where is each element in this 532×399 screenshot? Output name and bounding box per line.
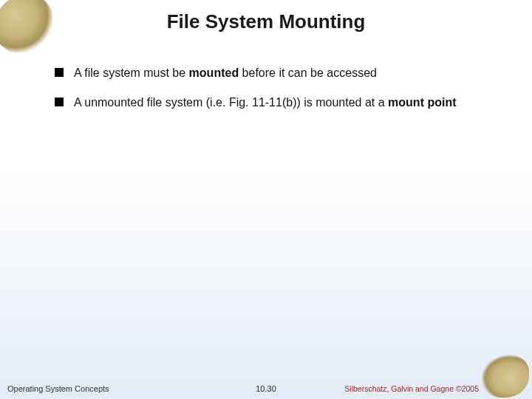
- dinosaur-decoration-bottom-right: [482, 355, 529, 398]
- footer-page-number: 10.30: [256, 384, 276, 393]
- slide-title: File System Mounting: [0, 10, 532, 33]
- text-segment: before it can be accessed: [239, 66, 377, 79]
- text-bold: mounted: [189, 66, 239, 79]
- text-segment: A file system must be: [74, 66, 189, 79]
- square-bullet-icon: [55, 98, 64, 106]
- bullet-item: A unmounted file system (i.e. Fig. 11-11…: [55, 95, 480, 111]
- slide-footer: Operating System Concepts 10.30 Silbersc…: [0, 378, 532, 393]
- text-segment: A unmounted file system (i.e. Fig. 11-11…: [74, 96, 388, 109]
- bullet-text: A unmounted file system (i.e. Fig. 11-11…: [74, 95, 457, 111]
- bullet-item: A file system must be mounted before it …: [55, 65, 480, 81]
- bullet-text: A file system must be mounted before it …: [74, 65, 377, 81]
- text-bold: mount point: [388, 96, 456, 109]
- footer-copyright: Silberschatz, Galvin and Gagne ©2005: [344, 384, 479, 393]
- slide-content: A file system must be mounted before it …: [55, 65, 480, 123]
- footer-left-text: Operating System Concepts: [7, 384, 109, 393]
- square-bullet-icon: [55, 68, 64, 77]
